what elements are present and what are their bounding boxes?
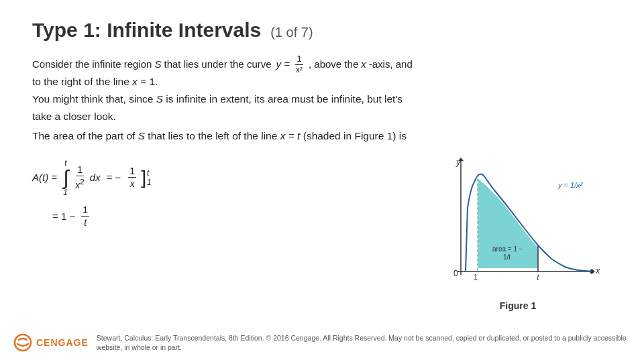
- math-line-1: A(t) = t ∫ 1 1 x2 dx = −: [32, 158, 152, 197]
- fraction-1-over-x2: 1 x²: [294, 54, 304, 74]
- equals-neg: = −: [107, 172, 121, 183]
- x-variable: x: [132, 76, 138, 87]
- page-subtitle: (1 of 7): [270, 25, 313, 40]
- origin-label: 0: [453, 269, 458, 278]
- integral-lower: 1: [63, 188, 68, 197]
- neg-fraction: 1 x: [128, 165, 136, 190]
- cengage-logo: CENGAGE: [13, 333, 89, 352]
- x-axis-name: x: [595, 265, 600, 276]
- integrand-num: 1: [76, 164, 84, 176]
- result-frac-num: 1: [81, 204, 89, 217]
- curve-label: y = 1/x²: [557, 181, 583, 189]
- s-variable: S: [154, 58, 161, 70]
- text-axis-end: -axis, and: [369, 58, 413, 70]
- text-you-might: You might think that, since: [32, 93, 153, 105]
- slide: Type 1: Infinite Intervals (1 of 7) Cons…: [0, 0, 644, 362]
- text-area-of: The area of the part of: [32, 130, 135, 141]
- y-equals: y =: [276, 58, 290, 70]
- fraction-numerator: 1: [295, 54, 303, 65]
- area-label: area = 1 −: [492, 245, 523, 253]
- figure-caption: Figure 1: [500, 300, 536, 311]
- paragraph-1: Consider the infinite region S that lies…: [32, 54, 612, 74]
- integral-expression: t ∫ 1 1 x2 dx: [63, 158, 101, 197]
- fraction-denominator: x²: [294, 65, 304, 74]
- page-title: Type 1: Infinite Intervals: [32, 19, 261, 42]
- x-eq-t: x = t: [280, 130, 301, 141]
- s-variable-3: S: [138, 130, 145, 141]
- line2-eq: = 1 −: [52, 210, 75, 222]
- title-bar: Type 1: Infinite Intervals (1 of 7): [32, 19, 612, 42]
- cengage-text: CENGAGE: [36, 337, 89, 348]
- bracket-limits: t 1: [147, 168, 152, 187]
- area-label-2: 1/t: [503, 253, 511, 261]
- dx-label: dx: [90, 172, 101, 183]
- text-to-right: to the right of the line: [32, 76, 129, 87]
- neg-frac-den: x: [129, 178, 136, 190]
- integrand-fraction: 1 x2: [74, 164, 85, 191]
- text-is-infinite: is infinite in extent, its area must be …: [166, 93, 402, 105]
- At-label: A(t) =: [32, 172, 57, 183]
- math-line-2: = 1 − 1 t: [52, 204, 152, 229]
- paragraph-2: You might think that, since S is infinit…: [32, 90, 462, 125]
- figure-graph: 1 t x y 0 y = 1/x² area = 1 − 1/t: [424, 154, 612, 295]
- text-eq1: = 1.: [140, 76, 158, 87]
- bracket-left: ]: [141, 169, 146, 186]
- integral-symbol: ∫: [63, 168, 68, 188]
- integral-limits: t ∫ 1: [63, 158, 68, 197]
- bracket-expression: ] t 1: [141, 168, 151, 187]
- integrand-den: x2: [74, 176, 85, 191]
- footer-copyright: Stewart, Calculus: Early Transcendentals…: [97, 333, 631, 353]
- text-lies-left: that lies to the left of the line: [148, 130, 277, 141]
- text-closer-look: take a closer look.: [32, 111, 116, 122]
- s-variable-2: S: [156, 93, 163, 105]
- text-shaded: (shaded in Figure 1) is: [303, 130, 407, 141]
- result-frac-den: t: [83, 217, 88, 229]
- figure-area: 1 t x y 0 y = 1/x² area = 1 − 1/t Figure…: [424, 154, 612, 311]
- bracket-upper: t: [147, 168, 149, 178]
- main-content: A(t) = t ∫ 1 1 x2 dx = −: [32, 154, 612, 311]
- paragraph-3: The area of the part of S that lies to t…: [32, 127, 612, 145]
- cengage-icon: [13, 333, 32, 352]
- text-that-lies: that lies under the curve: [164, 58, 271, 70]
- result-fraction: 1 t: [81, 204, 89, 229]
- paragraph-1-cont: to the right of the line x = 1.: [32, 76, 612, 88]
- text-consider: Consider the infinite region: [32, 58, 152, 70]
- x-axis-label: x: [361, 58, 366, 70]
- neg-frac-num: 1: [128, 165, 136, 178]
- x1-label: 1: [474, 273, 478, 282]
- footer: CENGAGE Stewart, Calculus: Early Transce…: [0, 333, 644, 353]
- svg-point-1: [15, 335, 31, 351]
- bracket-lower: 1: [147, 178, 152, 187]
- math-block: A(t) = t ∫ 1 1 x2 dx = −: [32, 158, 152, 229]
- text-above: , above the: [309, 58, 358, 70]
